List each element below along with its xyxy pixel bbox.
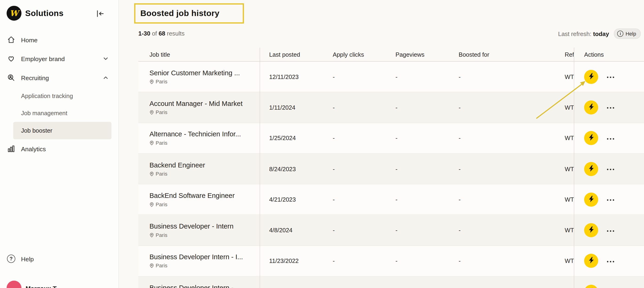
results-total: 68 [159, 30, 166, 37]
last-posted-cell: 1/25/2024 [260, 135, 323, 141]
table-row[interactable]: Senior Customer Marketing ... Paris 12/1… [138, 62, 644, 92]
pageviews-cell: - [386, 73, 449, 80]
last-posted-cell: 4/8/2024 [260, 227, 323, 233]
job-location: Paris [156, 140, 168, 146]
help-button-label: Help [626, 31, 636, 37]
more-menu-button[interactable] [605, 72, 616, 82]
column-header-apply-clicks: Apply clicks [323, 51, 386, 58]
last-posted-cell: 1/11/2024 [260, 104, 323, 111]
job-title-cell: Business Developer - Intern Paris [138, 222, 260, 238]
sidebar-subitem-job-management[interactable]: Job management [13, 105, 112, 122]
pageviews-cell: - [386, 166, 449, 172]
results-summary: 1-30 of 68 results [138, 30, 184, 37]
table-row[interactable]: BackEnd Software Engineer Paris 4/21/202… [138, 184, 644, 215]
boost-button[interactable] [584, 131, 598, 145]
analytics-icon [7, 145, 15, 153]
job-location: Paris [156, 109, 168, 115]
collapse-sidebar-icon [96, 13, 105, 20]
pageviews-cell: - [386, 227, 449, 233]
more-menu-button[interactable] [605, 164, 616, 174]
apply-clicks-cell: - [323, 104, 386, 111]
table-row[interactable]: Business Developer Intern - ... Paris 11… [138, 277, 644, 288]
user-profile[interactable]: Margaux T. [6, 280, 58, 288]
boost-button[interactable] [584, 100, 598, 115]
lightning-bolt-icon [588, 103, 594, 112]
job-location: Paris [156, 232, 168, 238]
boosted-for-cell: - [449, 135, 554, 141]
job-title-cell: Senior Customer Marketing ... Paris [138, 69, 260, 85]
sidebar-subitem-job-booster[interactable]: Job booster [13, 122, 112, 139]
boost-button[interactable] [584, 285, 598, 288]
last-refresh-value: today [593, 31, 609, 37]
home-icon [7, 36, 15, 44]
sidebar-item-label: Analytics [21, 145, 46, 152]
more-menu-button[interactable] [605, 256, 616, 266]
table-row[interactable]: Account Manager - Mid Market Paris 1/11/… [138, 92, 644, 123]
table-row[interactable]: Business Developer Intern - I... Paris 1… [138, 246, 644, 276]
more-dots-icon [606, 135, 615, 141]
job-location: Paris [156, 263, 168, 269]
sidebar-subitem-label: Job management [21, 110, 67, 116]
sidebar-item-recruiting[interactable]: Recruiting [0, 68, 118, 87]
last-posted-cell: 4/21/2023 [260, 196, 323, 203]
apply-clicks-cell: - [323, 257, 386, 264]
actions-cell [574, 192, 644, 207]
table-row[interactable]: Alternance - Technicien Infor... Paris 1… [138, 123, 644, 154]
job-title: Business Developer - Intern [150, 222, 260, 230]
sidebar-collapse-button[interactable] [96, 9, 105, 19]
location-pin-icon [150, 263, 154, 268]
actions-cell [574, 131, 644, 145]
column-header-last-posted: Last posted [260, 51, 323, 58]
actions-cell [574, 223, 644, 237]
refresh-area: Last refresh: today i Help [558, 29, 641, 39]
lightning-bolt-icon [588, 195, 594, 204]
boost-button[interactable] [584, 254, 598, 268]
reference-cell: WT [554, 73, 574, 80]
more-dots-icon [606, 227, 615, 233]
job-title: Alternance - Technicien Infor... [150, 130, 260, 138]
column-header-reference: Ref [554, 51, 574, 58]
pageviews-cell: - [386, 257, 449, 264]
more-dots-icon [606, 196, 615, 203]
job-location-row: Paris [150, 232, 260, 238]
more-dots-icon [606, 258, 615, 264]
job-location: Paris [156, 202, 168, 207]
more-menu-button[interactable] [605, 225, 616, 235]
sidebar-item-analytics[interactable]: Analytics [0, 139, 118, 158]
sidebar-item-label: Home [21, 36, 38, 43]
sidebar-nav: Home Employer brand [0, 30, 118, 158]
job-title-cell: Business Developer Intern - I... Paris [138, 253, 260, 269]
column-header-actions: Actions [574, 51, 644, 58]
location-pin-icon [150, 233, 154, 238]
sidebar-item-home[interactable]: Home [0, 30, 118, 49]
reference-cell: WT [554, 257, 574, 264]
table-row[interactable]: Backend Engineer Paris 8/24/2023 - - - W… [138, 154, 644, 184]
boosted-for-cell: - [449, 257, 554, 264]
chevron-up-icon [103, 75, 108, 81]
apply-clicks-cell: - [323, 196, 386, 203]
lightning-bolt-icon [588, 226, 594, 235]
boost-button[interactable] [584, 192, 598, 207]
more-menu-button[interactable] [605, 103, 616, 112]
more-menu-button[interactable] [605, 195, 616, 204]
brand-logo-icon: W [6, 6, 21, 21]
sidebar-subitem-application-tracking[interactable]: Application tracking [13, 87, 112, 105]
sidebar-item-help[interactable]: ? Help [0, 251, 118, 266]
jobs-table: Job title Last posted Apply clicks Pagev… [138, 48, 644, 288]
last-refresh: Last refresh: today [558, 31, 609, 37]
chevron-down-icon [103, 56, 108, 62]
help-button[interactable]: i Help [614, 29, 641, 39]
brand-logo[interactable]: W Solutions [6, 6, 63, 21]
location-pin-icon [150, 171, 154, 176]
table-row[interactable]: Business Developer - Intern Paris 4/8/20… [138, 215, 644, 246]
reference-cell: WT [554, 104, 574, 111]
location-pin-icon [150, 110, 154, 115]
boost-button[interactable] [584, 162, 598, 176]
more-menu-button[interactable] [605, 133, 616, 143]
boost-button[interactable] [584, 223, 598, 237]
sidebar-item-employer-brand[interactable]: Employer brand [0, 49, 118, 68]
job-title-cell: Alternance - Technicien Infor... Paris [138, 130, 260, 146]
boost-button[interactable] [584, 70, 598, 84]
boosted-for-cell: - [449, 227, 554, 233]
more-menu-button[interactable] [605, 287, 616, 288]
